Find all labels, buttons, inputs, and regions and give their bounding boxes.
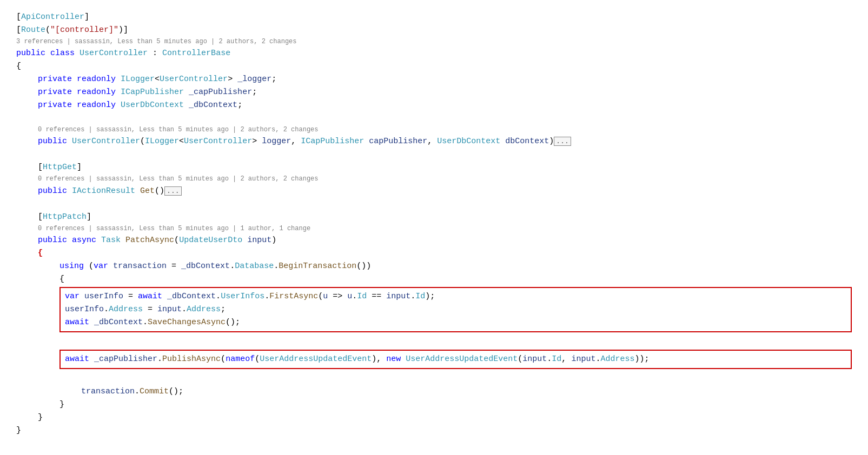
line-open-brace-patch: { <box>16 247 852 260</box>
type-ctor-name: UserController <box>72 137 140 146</box>
line-field-db: private readonly UserDbContext _dbContex… <box>16 99 852 112</box>
red-box-db-operations: var userInfo = await _dbContext.UserInfo… <box>59 287 852 332</box>
var-transaction-2: transaction <box>81 387 135 396</box>
var-dbcontext-2: _dbContext <box>167 292 216 301</box>
kw-new: new <box>386 354 401 364</box>
line-publish: await _capPublisher.PublishAsync(nameof(… <box>65 353 846 366</box>
method-commit: Commit <box>140 387 169 396</box>
method-save-changes: SaveChangesAsync <box>148 318 226 327</box>
meta-text-3: 0 references | sassassin, Less than 5 mi… <box>38 175 318 183</box>
red-box-publish: await _capPublisher.PublishAsync(nameof(… <box>59 350 852 369</box>
method-firstasync: FirstAsync <box>269 292 318 301</box>
prop-address-3: Address <box>600 354 634 364</box>
line-constructor: public UserController(ILogger<UserContro… <box>16 135 852 148</box>
route-string: "[controller]" <box>50 25 118 35</box>
kw-var-2: var <box>65 292 79 301</box>
attr-httpget: HttpGet <box>43 163 77 172</box>
kw-readonly-1: readonly <box>77 75 116 84</box>
type-icap-p: ICapPublisher <box>301 137 364 146</box>
kw-class: class <box>50 49 75 58</box>
line-meta-3: 0 references | sassassin, Less than 5 mi… <box>16 174 852 184</box>
kw-public-ctor: public <box>38 137 67 146</box>
line-meta-2: 0 references | sassassin, Less than 5 mi… <box>16 125 852 135</box>
ellipsis-ctor[interactable]: ... <box>554 137 571 146</box>
kw-readonly-3: readonly <box>77 101 116 110</box>
line-get-method: public IActionResult Get()... <box>16 185 852 198</box>
line-httpget: [HttpGet] <box>16 161 852 174</box>
attr-route: Route <box>21 25 45 35</box>
field-logger: _logger <box>237 75 271 84</box>
prop-address-2: Address <box>187 305 221 314</box>
var-userinfo: userInfo <box>84 292 123 301</box>
var-cap: _capPublisher <box>94 354 157 364</box>
prop-userinfos: UserInfos <box>221 292 264 301</box>
line-route: [Route("[controller]")] <box>16 24 852 37</box>
line-save-changes: await _dbContext.SaveChangesAsync(); <box>65 316 846 329</box>
param-logger: logger <box>262 137 291 146</box>
type-event-1: UserAddressUpdatedEvent <box>260 354 372 364</box>
attr-httppatch: HttpPatch <box>43 212 87 222</box>
code-editor: [ApiController] [Route("[controller]")] … <box>16 11 852 437</box>
type-user-controller: UserController <box>79 49 148 58</box>
type-userdb: UserDbContext <box>121 101 184 110</box>
param-input-3: input <box>522 354 547 364</box>
prop-id-1: Id <box>357 292 367 301</box>
line-close-brace-patch: } <box>16 411 852 424</box>
lambda-u2: u <box>347 292 352 301</box>
kw-private-1: private <box>38 75 72 84</box>
kw-using: using <box>59 262 84 271</box>
type-event-2: UserAddressUpdatedEvent <box>406 354 518 364</box>
line-meta-1: 3 references | sassassin, Less than 5 mi… <box>16 37 852 47</box>
line-api-controller: [ApiController] <box>16 11 852 24</box>
type-iaction: IActionResult <box>72 186 135 196</box>
prop-database: Database <box>235 262 274 271</box>
line-open-brace-using: { <box>16 273 852 286</box>
field-cap: _capPublisher <box>189 88 252 97</box>
param-input: input <box>247 236 271 245</box>
ellipsis-get[interactable]: ... <box>164 186 181 196</box>
type-ilogger: ILogger <box>121 75 155 84</box>
prop-id-3: Id <box>552 354 561 364</box>
param-db: dbContext <box>505 137 549 146</box>
param-input-4: input <box>571 354 595 364</box>
kw-readonly-2: readonly <box>77 88 116 97</box>
field-db: _dbContext <box>189 101 237 110</box>
meta-text-1: 3 references | sassassin, Less than 5 mi… <box>16 38 296 45</box>
param-cap: capPublisher <box>369 137 427 146</box>
type-ilogger-generic: UserController <box>160 75 228 84</box>
method-begin-tx: BeginTransaction <box>279 262 356 271</box>
kw-await-1: await <box>138 292 162 301</box>
meta-text-2: 0 references | sassassin, Less than 5 mi… <box>38 126 318 133</box>
kw-async: async <box>72 236 96 245</box>
line-patch-method: public async Task PatchAsync(UpdateUserD… <box>16 234 852 247</box>
kw-await-3: await <box>65 354 89 364</box>
kw-var-1: var <box>94 262 108 271</box>
method-publish: PublishAsync <box>162 354 221 364</box>
var-userinfo-2: userInfo <box>65 305 104 314</box>
line-meta-4: 0 references | sassassin, Less than 5 mi… <box>16 224 852 234</box>
var-dbcontext-1: _dbContext <box>181 262 230 271</box>
kw-public-patch: public <box>38 236 67 245</box>
kw-await-2: await <box>65 318 89 327</box>
param-input-2: input <box>157 305 182 314</box>
lambda-u: u <box>323 292 328 301</box>
kw-nameof: nameof <box>226 354 255 364</box>
type-userdb-p: UserDbContext <box>437 137 500 146</box>
prop-address-1: Address <box>109 305 143 314</box>
var-transaction: transaction <box>113 262 167 271</box>
prop-id-2: Id <box>415 292 425 301</box>
line-field-cap: private readonly ICapPublisher _capPubli… <box>16 86 852 99</box>
line-open-brace-1: { <box>16 60 852 73</box>
method-get: Get <box>140 186 155 196</box>
kw-private-2: private <box>38 88 72 97</box>
line-httppatch: [HttpPatch] <box>16 211 852 224</box>
var-dbcontext-3: _dbContext <box>94 318 143 327</box>
method-patch: PatchAsync <box>125 236 174 245</box>
line-var-userinfo: var userInfo = await _dbContext.UserInfo… <box>65 290 846 303</box>
type-ilogger-p-generic: UserController <box>184 137 252 146</box>
type-controller-base: ControllerBase <box>162 49 230 58</box>
type-icap: ICapPublisher <box>121 88 184 97</box>
kw-private-3: private <box>38 101 72 110</box>
kw-public-1: public <box>16 49 45 58</box>
line-address-assign: userInfo.Address = input.Address; <box>65 303 846 316</box>
